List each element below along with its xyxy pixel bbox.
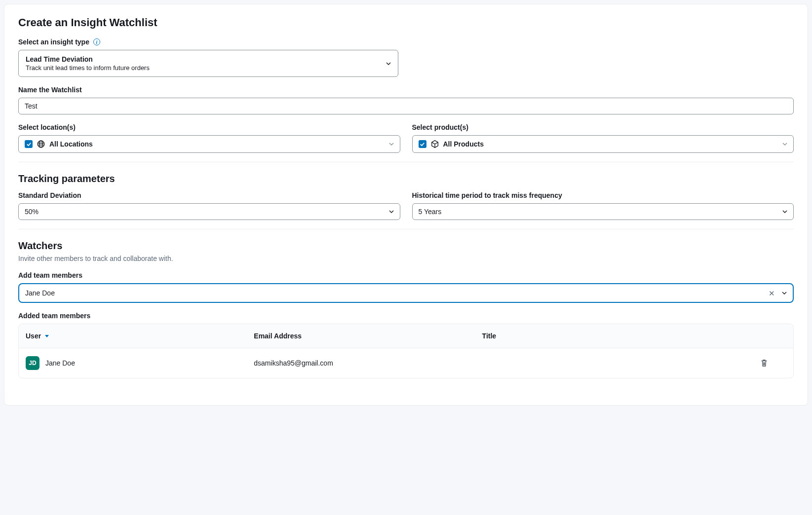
chevron-down-icon	[782, 142, 787, 147]
products-select-content: All Products	[419, 140, 484, 148]
insight-type-field: Select an insight type i Lead Time Devia…	[18, 38, 794, 77]
added-members-label: Added team members	[18, 312, 794, 320]
locations-select-content: All Locations	[25, 140, 93, 148]
globe-icon	[37, 140, 45, 148]
insight-type-label: Select an insight type i	[18, 38, 794, 46]
locations-value: All Locations	[49, 140, 93, 148]
page-title: Create an Insight Watchlist	[18, 16, 794, 29]
chevron-down-icon	[782, 209, 787, 214]
clear-icon[interactable]: ✕	[769, 290, 775, 297]
chevron-down-icon	[386, 61, 391, 66]
insight-type-select[interactable]: Lead Time Deviation Track unit lead time…	[18, 50, 398, 77]
divider	[18, 162, 794, 162]
historical-select[interactable]: 5 Years	[412, 203, 794, 220]
add-members-label: Add team members	[18, 271, 794, 279]
table-row: JD Jane Doe dsamiksha95@gmail.com	[19, 348, 793, 378]
add-members-field: Add team members Jane Doe ✕	[18, 271, 794, 303]
tracking-row: Standard Deviation 50% Historical time p…	[18, 191, 794, 220]
locations-field: Select location(s) All Locations	[18, 123, 400, 153]
watchlist-name-input-wrap	[18, 98, 794, 114]
tracking-heading: Tracking parameters	[18, 173, 794, 184]
add-members-combo[interactable]: Jane Doe ✕	[18, 283, 794, 303]
divider	[18, 229, 794, 229]
svg-point-0	[38, 141, 44, 147]
insight-type-description: Track unit lead times to inform future o…	[26, 64, 150, 72]
tracking-section: Tracking parameters	[18, 173, 794, 184]
watchlist-name-field: Name the Watchlist	[18, 86, 794, 114]
locations-select[interactable]: All Locations	[18, 135, 400, 153]
avatar: JD	[26, 356, 39, 370]
historical-label: Historical time period to track miss fre…	[412, 191, 794, 199]
watchlist-name-label: Name the Watchlist	[18, 86, 794, 94]
user-cell: JD Jane Doe	[26, 356, 254, 370]
page-container: Create an Insight Watchlist Select an in…	[4, 4, 808, 405]
stddev-value: 50%	[25, 208, 39, 216]
locations-label: Select location(s)	[18, 123, 400, 131]
info-icon[interactable]: i	[93, 38, 100, 45]
col-user[interactable]: User	[26, 332, 254, 340]
watchers-heading: Watchers	[18, 240, 794, 252]
historical-value: 5 Years	[419, 208, 442, 216]
watchers-section: Watchers Invite other members to track a…	[18, 240, 794, 262]
user-email: dsamiksha95@gmail.com	[254, 359, 482, 367]
members-table: User Email Address Title JD Jane Doe dsa…	[18, 324, 794, 378]
added-members-field: Added team members User Email Address Ti…	[18, 312, 794, 378]
watchlist-name-input[interactable]	[25, 102, 787, 110]
products-checkbox[interactable]	[419, 140, 426, 148]
stddev-field: Standard Deviation 50%	[18, 191, 400, 220]
col-email-label: Email Address	[254, 332, 302, 340]
chevron-down-icon	[389, 209, 394, 214]
products-field: Select product(s) All Products	[412, 123, 794, 153]
locations-checkbox[interactable]	[25, 140, 33, 148]
add-members-value: Jane Doe	[25, 289, 55, 297]
col-title-label: Title	[482, 332, 497, 340]
col-title[interactable]: Title	[482, 332, 710, 340]
combo-actions: ✕	[769, 290, 787, 297]
products-label: Select product(s)	[412, 123, 794, 131]
insight-type-selected: Lead Time Deviation	[26, 55, 150, 63]
watchers-subtext: Invite other members to track and collab…	[18, 255, 794, 262]
insight-type-label-text: Select an insight type	[18, 38, 89, 46]
chevron-down-icon	[389, 142, 394, 147]
sort-desc-icon	[45, 335, 49, 337]
historical-field: Historical time period to track miss fre…	[412, 191, 794, 220]
package-icon	[430, 140, 439, 148]
products-value: All Products	[443, 140, 484, 148]
col-user-label: User	[26, 332, 41, 340]
products-select[interactable]: All Products	[412, 135, 794, 153]
insight-type-select-text: Lead Time Deviation Track unit lead time…	[26, 55, 150, 72]
stddev-label: Standard Deviation	[18, 191, 400, 199]
user-name: Jane Doe	[45, 359, 75, 367]
svg-point-1	[39, 141, 42, 147]
col-email[interactable]: Email Address	[254, 332, 482, 340]
stddev-select[interactable]: 50%	[18, 203, 400, 220]
chevron-down-icon[interactable]	[782, 291, 787, 295]
table-header: User Email Address Title	[19, 324, 793, 348]
location-product-row: Select location(s) All Locations	[18, 123, 794, 153]
delete-row-button[interactable]	[710, 359, 786, 368]
